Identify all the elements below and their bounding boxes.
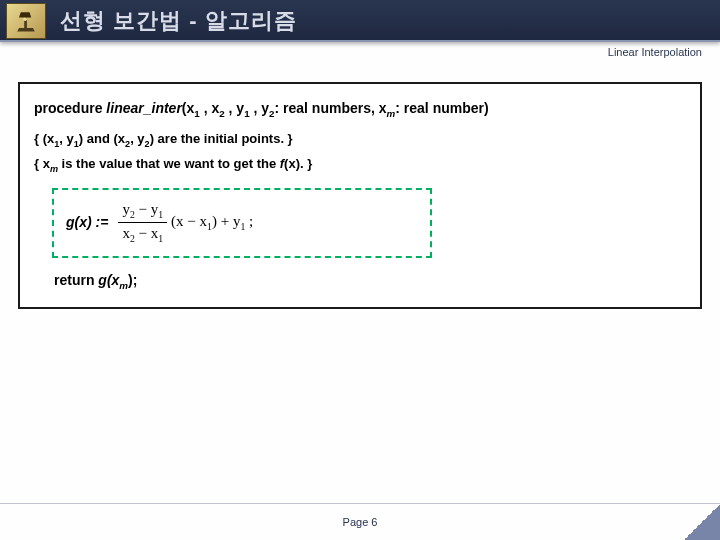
corner-accent-icon: [684, 504, 720, 540]
fraction: y2 − y1 x2 − x1: [118, 200, 167, 244]
keyword-procedure: procedure: [34, 100, 102, 116]
slide-title: 선형 보간법 - 알고리즘: [60, 6, 297, 36]
fraction-numerator: y2 − y1: [118, 200, 167, 223]
formula-rest: (x − x1) + y1 ;: [171, 213, 253, 232]
desk-lamp-icon: [6, 3, 46, 39]
return-statement: return g(xm);: [54, 272, 686, 291]
keyword-return: return: [54, 272, 94, 288]
comment-xm: { xm is the value that we want to get th…: [34, 156, 686, 174]
procedure-name: linear_inter: [106, 100, 181, 116]
comment-initial-points: { (x1, y1) and (x2, y2) are the initial …: [34, 131, 686, 149]
gx-label: g(x) :=: [66, 214, 108, 230]
slide-header: 선형 보간법 - 알고리즘: [0, 0, 720, 42]
section-label: Linear Interpolation: [608, 46, 702, 58]
formula-box: g(x) := y2 − y1 x2 − x1 (x − x1) + y1 ;: [52, 188, 432, 258]
fraction-denominator: x2 − x1: [118, 223, 167, 245]
footer-divider: [0, 503, 720, 504]
page-number: Page 6: [343, 516, 378, 528]
formula-expression: y2 − y1 x2 − x1 (x − x1) + y1 ;: [118, 200, 253, 244]
algorithm-box: procedure linear_inter(x1 , x2 , y1 , y2…: [18, 82, 702, 309]
procedure-signature: procedure linear_inter(x1 , x2 , y1 , y2…: [34, 100, 686, 119]
svg-point-1: [23, 18, 27, 22]
